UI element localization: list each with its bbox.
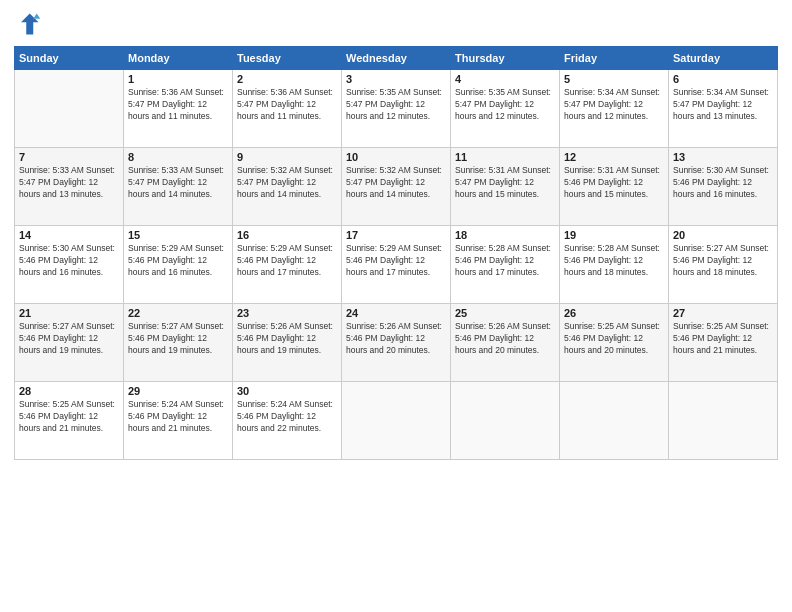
day-cell	[342, 382, 451, 460]
day-info: Sunrise: 5:32 AM Sunset: 5:47 PM Dayligh…	[346, 165, 446, 201]
day-cell	[560, 382, 669, 460]
day-info: Sunrise: 5:35 AM Sunset: 5:47 PM Dayligh…	[455, 87, 555, 123]
day-info: Sunrise: 5:33 AM Sunset: 5:47 PM Dayligh…	[128, 165, 228, 201]
header	[14, 10, 778, 38]
day-info: Sunrise: 5:26 AM Sunset: 5:46 PM Dayligh…	[455, 321, 555, 357]
day-number: 18	[455, 229, 555, 241]
day-number: 26	[564, 307, 664, 319]
col-header-tuesday: Tuesday	[233, 47, 342, 70]
day-number: 10	[346, 151, 446, 163]
day-number: 27	[673, 307, 773, 319]
day-cell: 16Sunrise: 5:29 AM Sunset: 5:46 PM Dayli…	[233, 226, 342, 304]
day-number: 23	[237, 307, 337, 319]
day-info: Sunrise: 5:34 AM Sunset: 5:47 PM Dayligh…	[673, 87, 773, 123]
day-number: 30	[237, 385, 337, 397]
day-cell: 5Sunrise: 5:34 AM Sunset: 5:47 PM Daylig…	[560, 70, 669, 148]
day-number: 9	[237, 151, 337, 163]
day-cell: 1Sunrise: 5:36 AM Sunset: 5:47 PM Daylig…	[124, 70, 233, 148]
day-cell	[451, 382, 560, 460]
day-number: 2	[237, 73, 337, 85]
day-cell: 11Sunrise: 5:31 AM Sunset: 5:47 PM Dayli…	[451, 148, 560, 226]
day-info: Sunrise: 5:28 AM Sunset: 5:46 PM Dayligh…	[455, 243, 555, 279]
day-info: Sunrise: 5:24 AM Sunset: 5:46 PM Dayligh…	[128, 399, 228, 435]
day-info: Sunrise: 5:34 AM Sunset: 5:47 PM Dayligh…	[564, 87, 664, 123]
week-row-4: 21Sunrise: 5:27 AM Sunset: 5:46 PM Dayli…	[15, 304, 778, 382]
day-cell: 6Sunrise: 5:34 AM Sunset: 5:47 PM Daylig…	[669, 70, 778, 148]
day-cell: 14Sunrise: 5:30 AM Sunset: 5:46 PM Dayli…	[15, 226, 124, 304]
day-number: 29	[128, 385, 228, 397]
day-cell: 20Sunrise: 5:27 AM Sunset: 5:46 PM Dayli…	[669, 226, 778, 304]
day-info: Sunrise: 5:24 AM Sunset: 5:46 PM Dayligh…	[237, 399, 337, 435]
day-cell: 26Sunrise: 5:25 AM Sunset: 5:46 PM Dayli…	[560, 304, 669, 382]
day-info: Sunrise: 5:25 AM Sunset: 5:46 PM Dayligh…	[19, 399, 119, 435]
day-cell: 4Sunrise: 5:35 AM Sunset: 5:47 PM Daylig…	[451, 70, 560, 148]
col-header-friday: Friday	[560, 47, 669, 70]
day-number: 17	[346, 229, 446, 241]
day-cell	[669, 382, 778, 460]
day-info: Sunrise: 5:31 AM Sunset: 5:46 PM Dayligh…	[564, 165, 664, 201]
day-cell: 24Sunrise: 5:26 AM Sunset: 5:46 PM Dayli…	[342, 304, 451, 382]
day-info: Sunrise: 5:25 AM Sunset: 5:46 PM Dayligh…	[564, 321, 664, 357]
day-cell: 22Sunrise: 5:27 AM Sunset: 5:46 PM Dayli…	[124, 304, 233, 382]
day-cell: 13Sunrise: 5:30 AM Sunset: 5:46 PM Dayli…	[669, 148, 778, 226]
day-number: 20	[673, 229, 773, 241]
week-row-2: 7Sunrise: 5:33 AM Sunset: 5:47 PM Daylig…	[15, 148, 778, 226]
day-number: 6	[673, 73, 773, 85]
day-number: 14	[19, 229, 119, 241]
day-cell: 21Sunrise: 5:27 AM Sunset: 5:46 PM Dayli…	[15, 304, 124, 382]
day-info: Sunrise: 5:26 AM Sunset: 5:46 PM Dayligh…	[237, 321, 337, 357]
col-header-saturday: Saturday	[669, 47, 778, 70]
day-number: 15	[128, 229, 228, 241]
day-info: Sunrise: 5:33 AM Sunset: 5:47 PM Dayligh…	[19, 165, 119, 201]
day-cell: 3Sunrise: 5:35 AM Sunset: 5:47 PM Daylig…	[342, 70, 451, 148]
day-info: Sunrise: 5:28 AM Sunset: 5:46 PM Dayligh…	[564, 243, 664, 279]
col-header-thursday: Thursday	[451, 47, 560, 70]
day-cell: 19Sunrise: 5:28 AM Sunset: 5:46 PM Dayli…	[560, 226, 669, 304]
day-number: 21	[19, 307, 119, 319]
day-cell: 8Sunrise: 5:33 AM Sunset: 5:47 PM Daylig…	[124, 148, 233, 226]
day-info: Sunrise: 5:35 AM Sunset: 5:47 PM Dayligh…	[346, 87, 446, 123]
day-info: Sunrise: 5:27 AM Sunset: 5:46 PM Dayligh…	[128, 321, 228, 357]
day-info: Sunrise: 5:30 AM Sunset: 5:46 PM Dayligh…	[19, 243, 119, 279]
day-cell: 30Sunrise: 5:24 AM Sunset: 5:46 PM Dayli…	[233, 382, 342, 460]
day-cell: 28Sunrise: 5:25 AM Sunset: 5:46 PM Dayli…	[15, 382, 124, 460]
day-cell: 27Sunrise: 5:25 AM Sunset: 5:46 PM Dayli…	[669, 304, 778, 382]
col-header-sunday: Sunday	[15, 47, 124, 70]
week-row-5: 28Sunrise: 5:25 AM Sunset: 5:46 PM Dayli…	[15, 382, 778, 460]
page: SundayMondayTuesdayWednesdayThursdayFrid…	[0, 0, 792, 612]
day-info: Sunrise: 5:30 AM Sunset: 5:46 PM Dayligh…	[673, 165, 773, 201]
day-number: 12	[564, 151, 664, 163]
calendar-table: SundayMondayTuesdayWednesdayThursdayFrid…	[14, 46, 778, 460]
day-info: Sunrise: 5:27 AM Sunset: 5:46 PM Dayligh…	[19, 321, 119, 357]
day-info: Sunrise: 5:36 AM Sunset: 5:47 PM Dayligh…	[237, 87, 337, 123]
day-cell	[15, 70, 124, 148]
day-info: Sunrise: 5:27 AM Sunset: 5:46 PM Dayligh…	[673, 243, 773, 279]
day-info: Sunrise: 5:31 AM Sunset: 5:47 PM Dayligh…	[455, 165, 555, 201]
logo	[14, 10, 46, 38]
day-number: 25	[455, 307, 555, 319]
day-info: Sunrise: 5:29 AM Sunset: 5:46 PM Dayligh…	[128, 243, 228, 279]
week-row-3: 14Sunrise: 5:30 AM Sunset: 5:46 PM Dayli…	[15, 226, 778, 304]
day-number: 4	[455, 73, 555, 85]
day-number: 28	[19, 385, 119, 397]
day-number: 5	[564, 73, 664, 85]
day-number: 16	[237, 229, 337, 241]
day-cell: 12Sunrise: 5:31 AM Sunset: 5:46 PM Dayli…	[560, 148, 669, 226]
day-info: Sunrise: 5:26 AM Sunset: 5:46 PM Dayligh…	[346, 321, 446, 357]
day-number: 8	[128, 151, 228, 163]
day-number: 24	[346, 307, 446, 319]
day-cell: 10Sunrise: 5:32 AM Sunset: 5:47 PM Dayli…	[342, 148, 451, 226]
day-cell: 25Sunrise: 5:26 AM Sunset: 5:46 PM Dayli…	[451, 304, 560, 382]
day-number: 1	[128, 73, 228, 85]
logo-icon	[14, 10, 42, 38]
day-number: 13	[673, 151, 773, 163]
day-info: Sunrise: 5:32 AM Sunset: 5:47 PM Dayligh…	[237, 165, 337, 201]
day-number: 11	[455, 151, 555, 163]
day-info: Sunrise: 5:36 AM Sunset: 5:47 PM Dayligh…	[128, 87, 228, 123]
header-row: SundayMondayTuesdayWednesdayThursdayFrid…	[15, 47, 778, 70]
day-cell: 15Sunrise: 5:29 AM Sunset: 5:46 PM Dayli…	[124, 226, 233, 304]
day-cell: 7Sunrise: 5:33 AM Sunset: 5:47 PM Daylig…	[15, 148, 124, 226]
day-info: Sunrise: 5:25 AM Sunset: 5:46 PM Dayligh…	[673, 321, 773, 357]
col-header-wednesday: Wednesday	[342, 47, 451, 70]
day-cell: 23Sunrise: 5:26 AM Sunset: 5:46 PM Dayli…	[233, 304, 342, 382]
